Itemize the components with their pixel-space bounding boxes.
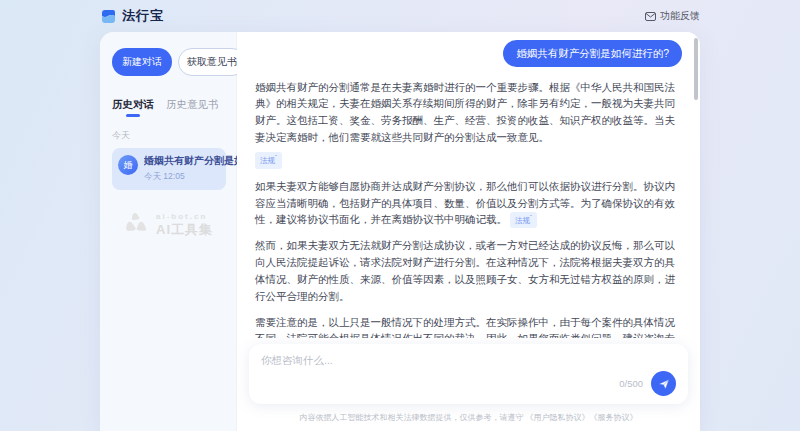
tab-history-chats[interactable]: 历史对话 [112,98,154,117]
watermark-line1: ai-bot.cn [156,212,213,221]
faxingbao-logo-icon [100,8,117,25]
answer-paragraph-2: 如果夫妻双方能够自愿协商并达成财产分割协议，那么他们可以依据协议进行分割。协议内… [255,178,682,229]
conversation-item[interactable]: 婚 婚姻共有财产分割是如何... 今天 12:05 [112,148,226,190]
main-card: 新建对话 获取意见书 历史对话 历史意见书 今天 婚 婚姻共有财产分割是如何..… [100,32,700,431]
conversation-group-label: 今天 [112,129,226,142]
answer-paragraph-3: 然而，如果夫妻双方无法就财产分割达成协议，或者一方对已经达成的协议反悔，那么可以… [255,237,682,304]
user-message-bubble: 婚姻共有财产分割是如何进行的? [503,40,682,67]
feedback-link[interactable]: 功能反馈 [645,9,700,23]
chat-panel: 婚姻共有财产分割是如何进行的? 婚姻共有财产的分割通常是在夫妻离婚时进行的一个重… [237,32,700,431]
top-header: 法行宝 功能反馈 [0,0,800,32]
chat-scroll-area[interactable]: 婚姻共有财产分割是如何进行的? 婚姻共有财产的分割通常是在夫妻离婚时进行的一个重… [237,32,700,338]
feedback-label: 功能反馈 [660,9,700,23]
conversation-avatar: 婚 [118,155,138,175]
disclaimer-text: 内容依据人工智能技术和相关法律数据提供，仅供参考，请遵守 《用户隐私协议》《服务… [237,408,700,431]
envelope-icon [645,12,656,21]
char-counter: 0/500 [619,378,643,389]
law-reference-tag-1[interactable]: 法规ˆ [255,152,282,169]
new-chat-button[interactable]: 新建对话 [112,48,172,76]
law-reference-tag-2[interactable]: 法规ˆ [510,212,537,229]
answer-paragraph-4: 需要注意的是，以上只是一般情况下的处理方式。在实际操作中，由于每个案件的具体情况… [255,314,682,338]
answer-paragraph-1: 婚姻共有财产的分割通常是在夫妻离婚时进行的一个重要步骤。根据《中华人民共和国民法… [255,79,682,146]
watermark-paw-icon [125,212,151,238]
tab-history-opinions[interactable]: 历史意见书 [166,98,219,117]
watermark: ai-bot.cn AI工具集 [112,212,226,239]
brand-name: 法行宝 [122,7,164,25]
watermark-line2: AI工具集 [156,221,213,239]
send-button[interactable] [651,371,676,396]
get-opinion-button[interactable]: 获取意见书 [178,48,246,76]
scrollbar-thumb[interactable] [694,38,698,100]
sidebar: 新建对话 获取意见书 历史对话 历史意见书 今天 婚 婚姻共有财产分割是如何..… [100,32,237,431]
brand-logo: 法行宝 [100,7,164,25]
message-input[interactable] [261,354,676,371]
sidebar-tabs: 历史对话 历史意见书 [112,98,226,117]
assistant-answer: 婚姻共有财产的分割通常是在夫妻离婚时进行的一个重要步骤。根据《中华人民共和国民法… [255,79,682,338]
composer: 0/500 [249,344,688,404]
paper-plane-icon [658,378,670,390]
